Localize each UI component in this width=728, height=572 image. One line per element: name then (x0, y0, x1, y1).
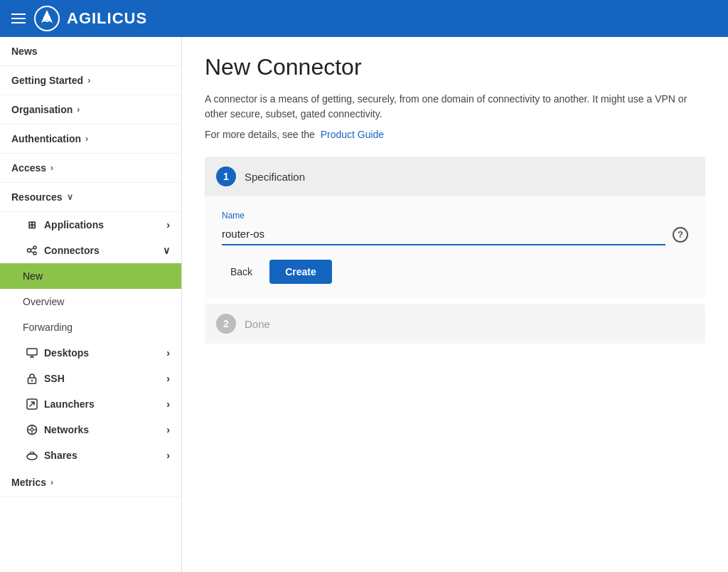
page-description-line2: For more details, see the Product Guide (205, 127, 705, 142)
sidebar-item-connectors-label: Connectors (44, 245, 100, 256)
sidebar-item-metrics[interactable]: Metrics › (0, 468, 181, 497)
main-content: New Connector A connector is a means of … (182, 37, 728, 572)
sidebar-item-shares-label: Shares (44, 450, 77, 461)
button-row: Back Create (222, 260, 688, 284)
step1-body: Name ? Back Create (205, 196, 705, 298)
page-title: New Connector (205, 54, 705, 80)
launcher-icon (26, 398, 38, 411)
sidebar-item-desktops[interactable]: Desktops › (0, 340, 181, 366)
sidebar-item-applications-label: Applications (44, 219, 104, 231)
connector-icon (26, 244, 38, 257)
sidebar-item-metrics-label: Metrics (11, 477, 46, 488)
chevron-down-icon: ∨ (163, 245, 170, 256)
sidebar-item-connectors[interactable]: Connectors ∨ (0, 238, 181, 263)
sidebar-item-authentication[interactable]: Authentication › (0, 125, 181, 154)
sidebar-item-networks[interactable]: Networks › (0, 417, 181, 443)
sidebar-item-getting-started-label: Getting Started (11, 75, 83, 86)
sidebar-item-getting-started[interactable]: Getting Started › (0, 66, 181, 95)
sidebar-item-news-label: News (11, 46, 38, 57)
lock-icon (26, 372, 38, 385)
step1-section: 1 Specification Name ? Back Create (205, 157, 705, 298)
product-guide-link[interactable]: Product Guide (321, 129, 385, 140)
brand-name: AGILICUS (67, 9, 147, 28)
sidebar-item-launchers-label: Launchers (44, 398, 95, 410)
name-field-container: Name ? (222, 211, 688, 245)
page-description-line1: A connector is a means of getting, secur… (205, 92, 705, 122)
name-input[interactable] (222, 223, 665, 245)
sidebar-item-shares[interactable]: Shares › (0, 443, 181, 468)
desktop-icon (26, 346, 38, 359)
sidebar-item-authentication-label: Authentication (11, 133, 81, 144)
logo-icon (34, 6, 60, 31)
sidebar-item-ssh[interactable]: SSH › (0, 366, 181, 391)
step2-number: 2 (216, 314, 236, 334)
create-button[interactable]: Create (269, 260, 332, 284)
sidebar-sub-item-new[interactable]: New (0, 263, 181, 289)
sidebar-sub-item-overview[interactable]: Overview (0, 289, 181, 314)
network-icon (26, 423, 38, 436)
name-field-row: ? (222, 223, 688, 245)
menu-icon[interactable] (11, 14, 26, 23)
share-icon (26, 449, 38, 462)
sidebar-item-access-label: Access (11, 162, 46, 174)
svg-point-11 (31, 380, 33, 381)
app-header: AGILICUS (0, 0, 728, 37)
chevron-right-icon: › (166, 347, 170, 359)
sidebar-item-resources-label: Resources (11, 191, 63, 203)
step2-label: Done (245, 318, 270, 330)
name-field-label: Name (222, 211, 688, 221)
sidebar-item-access[interactable]: Access › (0, 154, 181, 183)
step2-header: 2 Done (205, 304, 705, 344)
svg-point-14 (31, 428, 33, 431)
chevron-right-icon: › (166, 219, 170, 231)
sidebar-sub-item-forwarding[interactable]: Forwarding (0, 314, 181, 340)
sidebar-item-ssh-label: SSH (44, 373, 65, 384)
svg-line-5 (31, 248, 34, 250)
sidebar-item-launchers[interactable]: Launchers › (0, 391, 181, 417)
sidebar-item-networks-label: Networks (44, 424, 89, 435)
step1-label: Specification (245, 171, 305, 183)
svg-line-6 (31, 251, 34, 253)
help-icon[interactable]: ? (673, 227, 688, 243)
back-button[interactable]: Back (222, 260, 261, 283)
chevron-right-icon: › (166, 424, 170, 435)
sidebar-item-news[interactable]: News (0, 37, 181, 66)
chevron-right-icon: › (87, 75, 90, 85)
chevron-right-icon: › (166, 373, 170, 384)
sidebar-item-resources[interactable]: Resources ∨ (0, 183, 181, 212)
grid-icon: ⊞ (26, 218, 38, 231)
chevron-right-icon: › (85, 134, 88, 144)
svg-point-3 (33, 246, 36, 249)
chevron-right-icon: › (166, 398, 170, 410)
sidebar-item-organisation-label: Organisation (11, 104, 73, 115)
svg-rect-7 (27, 349, 37, 355)
step2-section: 2 Done (205, 304, 705, 344)
sidebar-item-organisation[interactable]: Organisation › (0, 95, 181, 125)
sidebar-item-desktops-label: Desktops (44, 347, 89, 359)
chevron-right-icon: › (50, 163, 53, 173)
step1-number: 1 (216, 166, 236, 186)
chevron-right-icon: › (77, 105, 80, 115)
sidebar-item-applications[interactable]: ⊞ Applications › (0, 212, 181, 238)
svg-point-2 (28, 249, 31, 253)
step1-header: 1 Specification (205, 157, 705, 196)
logo: AGILICUS (34, 6, 147, 31)
chevron-right-icon: › (166, 450, 170, 461)
sidebar: News Getting Started › Organisation › Au… (0, 37, 182, 572)
chevron-right-icon: › (50, 477, 53, 487)
svg-point-4 (33, 252, 36, 255)
chevron-down-icon: ∨ (67, 192, 73, 202)
